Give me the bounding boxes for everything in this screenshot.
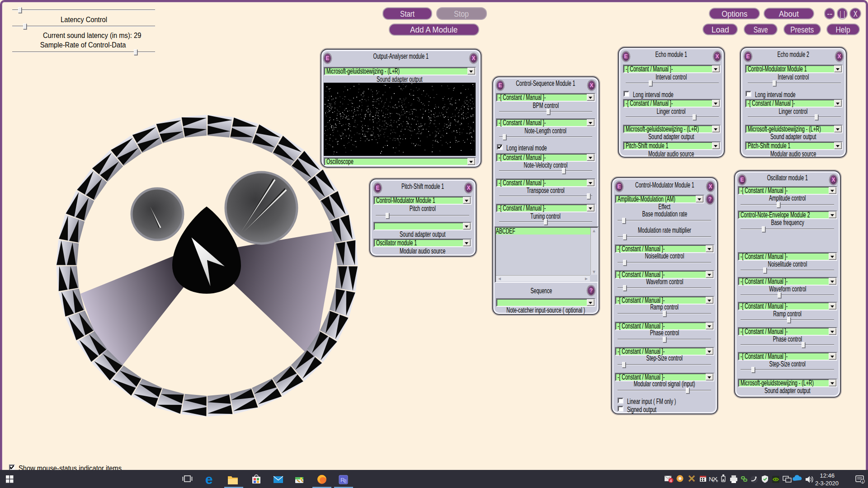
svg-text:N: N: [709, 476, 713, 483]
svg-text:4: 4: [670, 479, 672, 483]
svg-text:1: 1: [862, 480, 864, 484]
svg-text:e: e: [205, 472, 213, 487]
svg-text:12:462-3-2020: 12:462-3-2020: [815, 472, 839, 487]
svg-text:8: 8: [344, 479, 347, 484]
